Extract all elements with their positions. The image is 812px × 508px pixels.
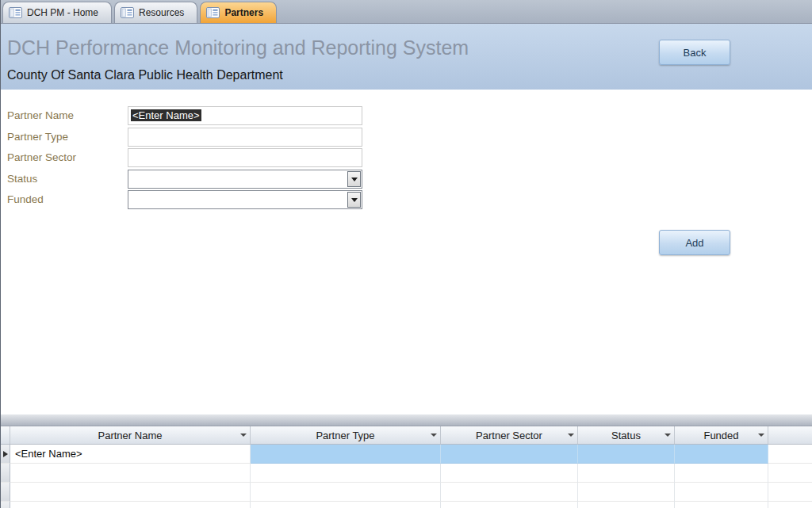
chevron-down-icon[interactable] — [347, 171, 361, 187]
funded-label: Funded — [7, 190, 44, 209]
column-label: Status — [611, 430, 641, 441]
table-row-empty[interactable] — [1, 483, 812, 502]
form-icon — [121, 7, 134, 18]
row-filler — [768, 483, 812, 502]
column-header-partner-name[interactable]: Partner Name — [10, 426, 251, 444]
tab-label: Resources — [139, 7, 184, 18]
cell-text: <Enter Name> — [15, 448, 82, 460]
table-row[interactable]: <Enter Name> — [1, 445, 812, 464]
selected-text: <Enter Name> — [131, 109, 201, 121]
chevron-down-glyph — [351, 178, 358, 181]
table-row-empty[interactable] — [1, 502, 812, 508]
form-icon — [9, 7, 22, 18]
table-cell[interactable] — [578, 502, 675, 508]
page-title: DCH Performance Monitoring and Reporting… — [7, 36, 469, 59]
page-subtitle: County Of Santa Clara Public Health Depa… — [7, 68, 283, 82]
partner-type-label: Partner Type — [7, 128, 68, 147]
record-selector[interactable] — [1, 483, 10, 502]
back-button[interactable]: Back — [659, 40, 730, 65]
column-header-status[interactable]: Status — [578, 426, 675, 444]
row-filler — [768, 445, 812, 464]
table-cell-partner-sector[interactable] — [441, 445, 578, 464]
table-cell[interactable] — [251, 502, 441, 508]
table-cell[interactable] — [441, 464, 578, 483]
filter-dropdown-icon[interactable] — [568, 434, 574, 437]
partner-sector-input[interactable] — [128, 148, 362, 167]
datasheet-divider — [1, 414, 812, 426]
table-cell[interactable] — [10, 464, 251, 483]
table-cell[interactable] — [578, 464, 675, 483]
row-filler — [768, 464, 812, 483]
table-cell[interactable] — [441, 483, 578, 502]
column-header-partner-sector[interactable]: Partner Sector — [441, 426, 578, 444]
tab-label: Partners — [224, 7, 263, 18]
partner-name-input[interactable]: <Enter Name> — [128, 106, 362, 125]
datasheet-header: Partner Name Partner Type Partner Sector… — [1, 426, 812, 445]
tab-bar: DCH PM - Home Resources Partners — [1, 0, 812, 24]
header: DCH Performance Monitoring and Reporting… — [1, 24, 812, 90]
table-cell[interactable] — [251, 464, 441, 483]
record-selector[interactable] — [1, 464, 10, 483]
filter-dropdown-icon[interactable] — [758, 434, 764, 437]
column-label: Partner Type — [316, 430, 374, 441]
chevron-down-icon[interactable] — [347, 192, 361, 208]
table-cell[interactable] — [10, 502, 251, 508]
column-label: Partner Sector — [476, 430, 542, 441]
current-record-icon — [3, 451, 8, 457]
filter-dropdown-icon[interactable] — [665, 434, 671, 437]
partner-name-label: Partner Name — [7, 106, 74, 125]
partner-sector-label: Partner Sector — [7, 148, 76, 167]
tab-partners[interactable]: Partners — [200, 2, 277, 23]
datasheet: Partner Name Partner Type Partner Sector… — [1, 414, 812, 508]
table-cell[interactable] — [675, 483, 768, 502]
row-filler — [768, 502, 812, 508]
form-area: Partner Name Partner Type Partner Sector… — [1, 90, 812, 414]
column-header-funded[interactable]: Funded — [675, 426, 768, 444]
table-cell[interactable] — [10, 483, 251, 502]
record-selector[interactable] — [1, 502, 10, 508]
column-header-partner-type[interactable]: Partner Type — [251, 426, 441, 444]
form-icon — [206, 7, 220, 18]
table-cell[interactable] — [251, 483, 441, 502]
header-filler — [768, 426, 812, 444]
status-combobox[interactable] — [128, 170, 362, 189]
funded-combobox[interactable] — [128, 190, 362, 209]
table-cell[interactable] — [675, 502, 768, 508]
table-cell-status[interactable] — [578, 445, 675, 464]
filter-dropdown-icon[interactable] — [240, 434, 247, 437]
chevron-down-glyph — [351, 198, 358, 202]
table-cell-partner-name[interactable]: <Enter Name> — [10, 445, 251, 464]
record-selector[interactable] — [1, 445, 10, 464]
tab-label: DCH PM - Home — [27, 7, 98, 18]
filter-dropdown-icon[interactable] — [431, 434, 437, 437]
column-label: Funded — [703, 430, 738, 441]
table-cell[interactable] — [675, 464, 768, 483]
table-cell[interactable] — [441, 502, 578, 508]
table-row-empty[interactable] — [1, 464, 812, 483]
status-label: Status — [7, 170, 37, 189]
table-cell-funded[interactable] — [675, 445, 768, 464]
table-cell-partner-type[interactable] — [251, 445, 441, 464]
partner-type-input[interactable] — [128, 128, 362, 147]
select-all-cell[interactable] — [1, 426, 10, 444]
add-button[interactable]: Add — [659, 230, 730, 255]
column-label: Partner Name — [98, 430, 163, 441]
app-window: DCH PM - Home Resources Partners — [0, 0, 812, 508]
tab-dch-pm-home[interactable]: DCH PM - Home — [2, 2, 112, 23]
table-cell[interactable] — [578, 483, 675, 502]
tab-resources[interactable]: Resources — [114, 2, 197, 23]
